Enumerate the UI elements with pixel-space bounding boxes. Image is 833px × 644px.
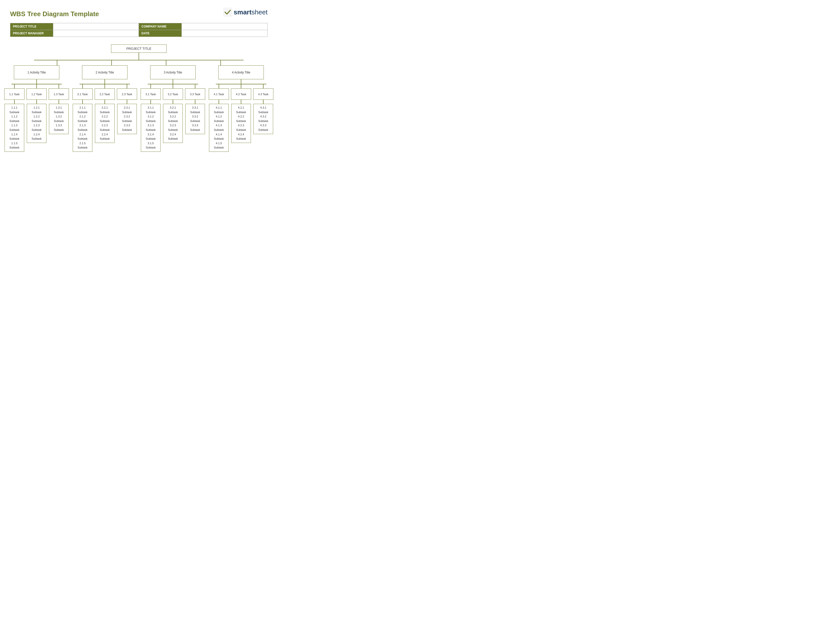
subtask-item: 1.1.3 Subtask bbox=[7, 123, 22, 132]
wbs-tree: PROJECT TITLE 1 Activity Title1.1 Task1.… bbox=[10, 45, 268, 152]
task-col-2-2: 2.2 Task2.2.1 Subtask2.2.2 Subtask2.2.3 … bbox=[95, 84, 115, 143]
project-title-label: PROJECT TITLE bbox=[10, 23, 53, 30]
subtask-item: 1.3.2 Subtask bbox=[51, 114, 66, 123]
subtasks-box-4-2: 4.2.1 Subtask4.2.2 Subtask4.2.3 Subtask4… bbox=[231, 104, 251, 143]
root-down-line bbox=[138, 53, 139, 60]
subtask-item: 3.2.4 Subtask bbox=[165, 132, 180, 141]
subtasks-box-4-1: 4.1.1 Subtask4.1.2 Subtask4.1.3 Subtask4… bbox=[209, 104, 229, 152]
subtask-item: 1.2.1 Subtask bbox=[29, 106, 44, 114]
smartsheet-logo: smartsheet bbox=[223, 8, 268, 17]
task-node-1-3: 1.3 Task bbox=[49, 89, 69, 100]
subtasks-box-1-1: 1.1.1 Subtask1.1.2 Subtask1.1.3 Subtask1… bbox=[5, 104, 24, 152]
task-node-2-2: 2.2 Task bbox=[95, 89, 115, 100]
task-col-1-1: 1.1 Task1.1.1 Subtask1.1.2 Subtask1.1.3 … bbox=[4, 84, 24, 152]
subtask-item: 4.1.4 Subtask bbox=[211, 132, 227, 141]
subtasks-box-2-2: 2.2.1 Subtask2.2.2 Subtask2.2.3 Subtask2… bbox=[95, 104, 114, 143]
subtask-item: 2.1.5 Subtask bbox=[75, 141, 90, 150]
activity-col-4: 4 Activity Title4.1 Task4.1.1 Subtask4.1… bbox=[209, 65, 273, 152]
root-section: PROJECT TITLE bbox=[111, 45, 167, 60]
date-label: DATE bbox=[139, 30, 182, 37]
task-col-3-3: 3.3 Task3.3.1 Subtask3.3.2 Subtask3.3.3 … bbox=[185, 84, 205, 134]
subtask-item: 3.1.4 Subtask bbox=[143, 132, 158, 141]
logo-text: smartsheet bbox=[234, 8, 268, 16]
subtask-item: 2.3.3 Subtask bbox=[119, 123, 135, 132]
subtask-item: 2.1.1 Subtask bbox=[75, 106, 90, 114]
act1-down bbox=[57, 60, 57, 65]
subtask-item: 2.2.2 Subtask bbox=[97, 114, 113, 123]
subtask-item: 1.1.2 Subtask bbox=[7, 114, 22, 123]
subtask-item: 1.3.3 Subtask bbox=[51, 123, 66, 132]
subtask-item: 1.3.1 Subtask bbox=[51, 106, 66, 114]
act2-down bbox=[111, 60, 112, 65]
subtask-item: 1.2.3 Subtask bbox=[29, 123, 44, 132]
subtask-item: 3.2.1 Subtask bbox=[165, 106, 180, 114]
tasks-row-3: 3.1 Task3.1.1 Subtask3.1.2 Subtask3.1.3 … bbox=[141, 84, 205, 152]
subtask-item: 2.1.2 Subtask bbox=[75, 114, 90, 123]
subtasks-box-2-3: 2.3.1 Subtask2.3.2 Subtask2.3.3 Subtask bbox=[117, 104, 137, 134]
task-node-4-3: 4.3 Task bbox=[253, 89, 273, 100]
activity-node-3: 3 Activity Title bbox=[150, 65, 196, 79]
project-manager-value[interactable] bbox=[53, 30, 139, 37]
subtasks-box-2-1: 2.1.1 Subtask2.1.2 Subtask2.1.3 Subtask2… bbox=[73, 104, 92, 152]
subtask-item: 4.3.3 Subtask bbox=[256, 123, 271, 132]
subtask-item: 3.1.3 Subtask bbox=[143, 123, 158, 132]
task-node-1-1: 1.1 Task bbox=[4, 89, 24, 100]
task-col-2-3: 2.3 Task2.3.1 Subtask2.3.2 Subtask2.3.3 … bbox=[117, 84, 137, 134]
subtask-item: 2.1.4 Subtask bbox=[75, 132, 90, 141]
subtask-item: 4.1.1 Subtask bbox=[211, 106, 227, 114]
project-manager-label: PROJECT MANAGER bbox=[10, 30, 53, 37]
subtasks-box-1-3: 1.3.1 Subtask1.3.2 Subtask1.3.3 Subtask bbox=[49, 104, 69, 134]
subtask-item: 4.3.2 Subtask bbox=[256, 114, 271, 123]
subtask-item: 4.2.2 Subtask bbox=[233, 114, 249, 123]
subtask-item: 4.3.1 Subtask bbox=[256, 106, 271, 114]
activity-col-3: 3 Activity Title3.1 Task3.1.1 Subtask3.1… bbox=[141, 65, 205, 152]
subtask-item: 4.1.3 Subtask bbox=[211, 123, 227, 132]
subtask-item: 4.2.3 Subtask bbox=[233, 123, 249, 132]
task-node-3-2: 3.2 Task bbox=[163, 89, 183, 100]
smartsheet-check-icon bbox=[223, 8, 232, 17]
subtask-item: 3.3.3 Subtask bbox=[188, 123, 203, 132]
subtask-item: 1.2.2 Subtask bbox=[29, 114, 44, 123]
task-node-1-2: 1.2 Task bbox=[26, 89, 47, 100]
subtask-item: 3.2.3 Subtask bbox=[165, 123, 180, 132]
subtask-item: 3.3.2 Subtask bbox=[188, 114, 203, 123]
page-title: WBS Tree Diagram Template bbox=[10, 10, 99, 18]
subtask-item: 3.3.1 Subtask bbox=[188, 106, 203, 114]
subtasks-box-3-3: 3.3.1 Subtask3.3.2 Subtask3.3.3 Subtask bbox=[185, 104, 205, 134]
subtask-item: 4.1.5 Subtask bbox=[211, 141, 227, 150]
activity-down-lines bbox=[34, 60, 244, 65]
page-header: WBS Tree Diagram Template smartsheet bbox=[10, 8, 268, 18]
subtask-item: 3.1.2 Subtask bbox=[143, 114, 158, 123]
date-value[interactable] bbox=[182, 30, 268, 37]
project-title-value[interactable] bbox=[53, 23, 139, 30]
activity-col-1: 1 Activity Title1.1 Task1.1.1 Subtask1.1… bbox=[4, 65, 69, 152]
task-node-3-3: 3.3 Task bbox=[185, 89, 205, 100]
activity-1-down bbox=[36, 79, 37, 84]
task-col-2-1: 2.1 Task2.1.1 Subtask2.1.2 Subtask2.1.3 … bbox=[72, 84, 93, 152]
activity-col-2: 2 Activity Title2.1 Task2.1.1 Subtask2.1… bbox=[72, 65, 137, 152]
subtask-item: 3.1.1 Subtask bbox=[143, 106, 158, 114]
activity-4-down bbox=[241, 79, 241, 84]
subtasks-box-3-1: 3.1.1 Subtask3.1.2 Subtask3.1.3 Subtask3… bbox=[141, 104, 161, 152]
subtask-item: 2.2.1 Subtask bbox=[97, 106, 113, 114]
subtasks-box-3-2: 3.2.1 Subtask3.2.2 Subtask3.2.3 Subtask3… bbox=[163, 104, 183, 143]
subtask-item: 1.1.4 Subtask bbox=[7, 132, 22, 141]
company-name-label: COMPANY NAME bbox=[139, 23, 182, 30]
tasks-row-4: 4.1 Task4.1.1 Subtask4.1.2 Subtask4.1.3 … bbox=[209, 84, 273, 152]
subtasks-box-4-3: 4.3.1 Subtask4.3.2 Subtask4.3.3 Subtask bbox=[253, 104, 273, 134]
act4-down bbox=[220, 60, 221, 65]
task-node-2-1: 2.1 Task bbox=[72, 89, 93, 100]
activity-2-down bbox=[105, 79, 105, 84]
subtask-item: 2.3.2 Subtask bbox=[119, 114, 135, 123]
task-node-3-1: 3.1 Task bbox=[141, 89, 161, 100]
subtask-item: 4.2.4 Subtask bbox=[233, 132, 249, 141]
subtask-item: 4.2.1 Subtask bbox=[233, 106, 249, 114]
subtask-item: 4.1.2 Subtask bbox=[211, 114, 227, 123]
subtask-item: 2.2.4 Subtask bbox=[97, 132, 113, 141]
company-name-value[interactable] bbox=[182, 23, 268, 30]
act3-down bbox=[166, 60, 166, 65]
task-col-4-3: 4.3 Task4.3.1 Subtask4.3.2 Subtask4.3.3 … bbox=[253, 84, 273, 134]
task-col-3-1: 3.1 Task3.1.1 Subtask3.1.2 Subtask3.1.3 … bbox=[141, 84, 161, 152]
subtasks-box-1-2: 1.2.1 Subtask1.2.2 Subtask1.2.3 Subtask1… bbox=[27, 104, 47, 143]
svg-rect-0 bbox=[223, 8, 232, 17]
